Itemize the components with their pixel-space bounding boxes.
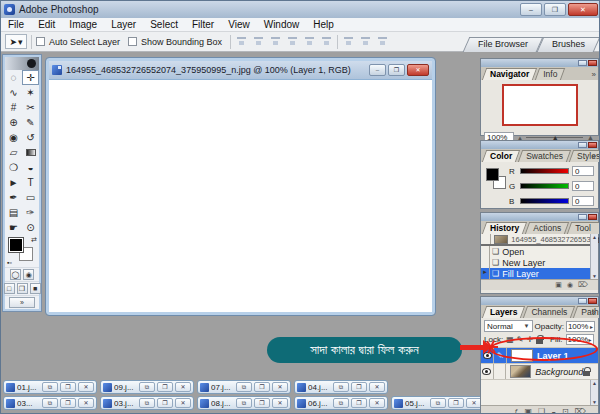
layer-mask-icon[interactable]: ▣ (524, 407, 532, 414)
delete-layer-icon[interactable]: ⌦ (575, 407, 586, 414)
layer-row-background[interactable]: Background (481, 363, 598, 379)
panel-menu-icon[interactable]: » (592, 152, 596, 161)
new-document-from-state-icon[interactable]: ▣ (555, 281, 562, 289)
brush-tool[interactable]: ✎ (22, 115, 39, 130)
restore-button[interactable]: ⧉ (236, 382, 252, 392)
panel-close-icon[interactable] (588, 142, 597, 148)
tab-actions[interactable]: Actions (527, 222, 567, 234)
quick-mask-mode-button[interactable]: ◉ (23, 269, 34, 280)
blue-value-field[interactable]: 0 (572, 196, 594, 206)
menu-image[interactable]: Image (62, 18, 104, 32)
gradient-tool[interactable] (22, 145, 39, 160)
align-hcenter-icon[interactable] (303, 36, 316, 47)
minimized-doc-04[interactable]: 04.j... ⧉ ❐ ✕ (294, 380, 388, 394)
shape-tool[interactable]: ▭ (22, 190, 39, 205)
menu-filter[interactable]: Filter (185, 18, 221, 32)
scroll-up-icon[interactable]: ▲ (592, 380, 597, 386)
history-brush-tool[interactable]: ↺ (22, 130, 39, 145)
distribute-top-icon[interactable] (342, 36, 355, 47)
zoom-tool[interactable]: ⊙ (22, 220, 39, 235)
link-cell[interactable] (494, 364, 507, 379)
tab-color[interactable]: Color (484, 150, 518, 162)
crop-tool[interactable]: # (5, 100, 22, 115)
minimized-doc-05[interactable]: 05.j... ⧉ ❐ ✕ (391, 396, 485, 410)
file-browser-tab[interactable]: File Browser (466, 37, 540, 52)
close-button[interactable]: ✕ (369, 382, 385, 392)
align-top-icon[interactable] (235, 36, 248, 47)
delete-state-icon[interactable]: ⌦ (578, 281, 588, 289)
panel-minimize-icon[interactable] (578, 142, 587, 148)
background-thumbnail[interactable] (510, 365, 531, 378)
navigator-proxy-view[interactable] (502, 84, 578, 126)
menu-help[interactable]: Help (306, 18, 341, 32)
maximize-button[interactable]: ❐ (448, 398, 464, 408)
opacity-field[interactable]: 100% ▸ (566, 321, 595, 332)
pen-tool[interactable]: ✒ (5, 190, 22, 205)
maximize-button[interactable]: ❐ (254, 398, 270, 408)
new-layer-icon[interactable]: ⊡ (562, 407, 569, 414)
close-button[interactable]: ✕ (78, 382, 94, 392)
fullscreen-button[interactable]: ■ (30, 283, 41, 294)
restore-button[interactable]: ⧉ (139, 398, 155, 408)
eraser-tool[interactable]: ▱ (5, 145, 22, 160)
auto-select-layer-checkbox[interactable] (36, 37, 45, 46)
lasso-tool[interactable]: ∿ (5, 85, 22, 100)
menu-file[interactable]: File (1, 18, 31, 32)
minimized-doc-08[interactable]: 08.j... ⧉ ❐ ✕ (197, 396, 291, 410)
maximize-button[interactable]: ❐ (351, 398, 367, 408)
close-button[interactable]: ✕ (272, 382, 288, 392)
magic-wand-tool[interactable]: ✶ (22, 85, 39, 100)
panel-minimize-icon[interactable] (578, 214, 587, 220)
layers-scrollbar[interactable]: ▲ ▼ (590, 380, 598, 405)
menu-window[interactable]: Window (257, 18, 307, 32)
swap-colors-icon[interactable]: ⇄ (31, 236, 37, 244)
tab-navigator[interactable]: Navigator (484, 68, 535, 80)
maximize-button[interactable]: ❐ (157, 398, 173, 408)
panel-close-icon[interactable] (588, 60, 597, 66)
maximize-button[interactable]: ❐ (60, 398, 76, 408)
minimized-doc-07[interactable]: 07.j... ⧉ ❐ ✕ (197, 380, 291, 394)
align-left-icon[interactable] (286, 36, 299, 47)
new-set-icon[interactable]: ❏ (538, 407, 545, 414)
background-name[interactable]: Background (535, 367, 583, 377)
standard-mode-button[interactable]: ◯ (10, 269, 22, 280)
maximize-button[interactable]: ❐ (254, 382, 270, 392)
tab-info[interactable]: Info (537, 68, 563, 80)
maximize-button[interactable]: ❐ (60, 382, 76, 392)
minimized-doc-09[interactable]: 09.j... ⧉ ❐ ✕ (100, 380, 194, 394)
document-titlebar[interactable]: 164955_468532726552074_375950995_n.jpg @… (49, 61, 432, 79)
standard-screen-button[interactable]: □ (4, 283, 15, 294)
restore-button[interactable]: ⧉ (236, 398, 252, 408)
scroll-down-icon[interactable]: ▼ (592, 399, 597, 405)
restore-button[interactable]: ⧉ (139, 382, 155, 392)
type-tool[interactable]: T (22, 175, 39, 190)
red-value-field[interactable]: 0 (572, 166, 594, 176)
clone-stamp-tool[interactable]: ◉ (5, 130, 22, 145)
healing-brush-tool[interactable]: ⊕ (5, 115, 22, 130)
restore-button[interactable]: ⧉ (42, 398, 58, 408)
restore-button[interactable]: ⧉ (333, 398, 349, 408)
move-tool-preset[interactable]: ➤ ▾ (5, 34, 27, 49)
eye-icon[interactable] (482, 368, 491, 375)
tab-swatches[interactable]: Swatches (520, 150, 569, 162)
history-snapshot-row[interactable]: 164955_4685327265532... (481, 234, 590, 246)
brushes-tab[interactable]: Brushes (540, 37, 597, 52)
new-snapshot-icon[interactable]: ◉ (567, 281, 573, 289)
maximize-button[interactable]: ❐ (544, 3, 566, 16)
jump-to-imageready-button[interactable]: » (9, 297, 35, 308)
doc-minimize-button[interactable]: – (369, 64, 386, 76)
close-button[interactable]: ✕ (272, 398, 288, 408)
eyedropper-tool[interactable]: ✑ (22, 205, 39, 220)
adjustment-layer-icon[interactable]: ◒ (551, 407, 556, 414)
maximize-button[interactable]: ❐ (351, 382, 367, 392)
minimized-doc-06[interactable]: 06.j... ⧉ ❐ ✕ (294, 396, 388, 410)
history-source-column[interactable] (481, 246, 490, 257)
green-value-field[interactable]: 0 (572, 181, 594, 191)
doc-maximize-button[interactable]: ❐ (388, 64, 405, 76)
marquee-tool[interactable]: ◌ (5, 70, 22, 85)
panel-minimize-icon[interactable] (578, 298, 587, 304)
move-tool[interactable]: ✛ (22, 70, 39, 85)
align-vcenter-icon[interactable] (252, 36, 265, 47)
path-selection-tool[interactable]: ► (5, 175, 22, 190)
close-button[interactable]: ✕ (78, 398, 94, 408)
